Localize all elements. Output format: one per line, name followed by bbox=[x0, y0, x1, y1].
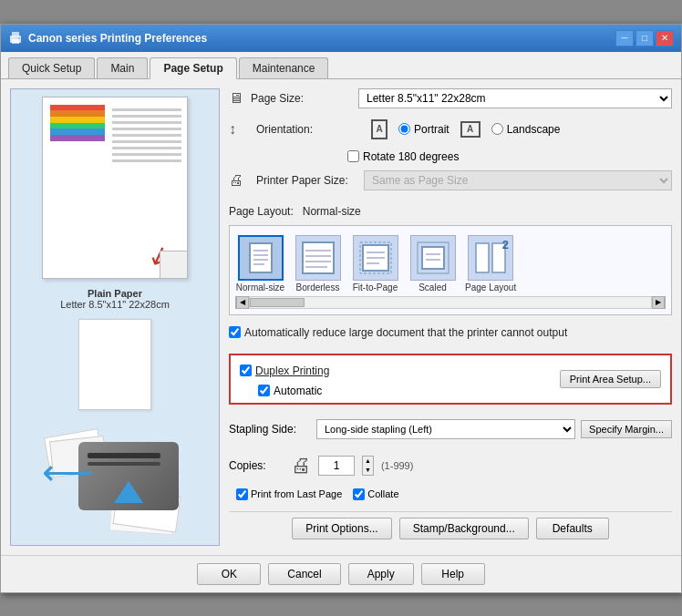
auto-reduce-checkbox[interactable] bbox=[229, 326, 241, 338]
layout-normal-label: Normal-size bbox=[236, 282, 284, 293]
right-panel: 🖥 Page Size: Letter 8.5"x11" 22x28cm ↕ O… bbox=[229, 88, 672, 546]
copies-options-row: Print from Last Page Collate bbox=[236, 488, 672, 500]
paper-type: Plain Paper bbox=[60, 288, 170, 299]
printer-icon bbox=[8, 31, 23, 46]
layout-borderless[interactable]: Borderless bbox=[293, 235, 343, 293]
svg-rect-9 bbox=[303, 242, 334, 273]
maximize-button[interactable]: □ bbox=[636, 30, 654, 46]
layout-fit-label: Fit-to-Page bbox=[353, 282, 398, 293]
copies-down-button[interactable]: ▼ bbox=[363, 466, 373, 475]
paper-size-label: Letter 8.5"x11" 22x28cm bbox=[60, 299, 170, 310]
layout-scaled-icon bbox=[410, 235, 456, 281]
ok-button[interactable]: OK bbox=[197, 563, 261, 585]
printer-paper-size-label: Printer Paper Size: bbox=[256, 174, 356, 187]
layout-icons-container: Normal-size Borderless Fit-to-Page bbox=[229, 225, 672, 315]
layout-fit-to-page[interactable]: Fit-to-Page bbox=[350, 235, 400, 293]
scroll-right-btn[interactable]: ▶ bbox=[652, 296, 665, 309]
page-size-select[interactable]: Letter 8.5"x11" 22x28cm bbox=[358, 88, 672, 108]
print-options-button[interactable]: Print Options... bbox=[292, 518, 391, 539]
monitor-icon: 🖥 bbox=[229, 90, 243, 107]
stapling-side-select[interactable]: Long-side stapling (Left) bbox=[316, 419, 575, 439]
automatic-checkbox[interactable] bbox=[258, 385, 270, 396]
stapling-side-label: Stapling Side: bbox=[229, 423, 311, 436]
minimize-button[interactable]: ─ bbox=[615, 30, 634, 46]
title-bar: Canon series Printing Preferences ─ □ ✕ bbox=[1, 25, 681, 52]
rotate-checkbox[interactable] bbox=[347, 150, 359, 162]
portrait-label: Portrait bbox=[414, 123, 450, 136]
printer-paper-size-select[interactable]: Same as Page Size bbox=[364, 170, 672, 190]
tab-bar: Quick Setup Main Page Setup Maintenance bbox=[1, 52, 681, 79]
layout-borderless-icon bbox=[295, 235, 341, 281]
printing-preferences-window: Canon series Printing Preferences ─ □ ✕ … bbox=[0, 24, 682, 593]
close-button[interactable]: ✕ bbox=[656, 30, 674, 46]
landscape-radio[interactable] bbox=[491, 123, 503, 135]
printer-icon-small: 🖨 bbox=[229, 172, 249, 189]
layout-icons: Normal-size Borderless Fit-to-Page bbox=[235, 231, 666, 296]
apply-button[interactable]: Apply bbox=[348, 563, 414, 585]
collate-label: Collate bbox=[367, 488, 398, 499]
rainbow-bar bbox=[50, 105, 105, 141]
paper-info: Plain Paper Letter 8.5"x11" 22x28cm bbox=[60, 288, 170, 310]
duplex-checkbox-row: Duplex Printing bbox=[240, 364, 329, 377]
svg-rect-2 bbox=[12, 39, 19, 44]
automatic-checkbox-row: Automatic bbox=[258, 385, 329, 397]
portrait-icon: A bbox=[371, 119, 388, 139]
orientation-options: A Portrait A Landscape bbox=[371, 119, 560, 139]
layout-scaled[interactable]: Scaled bbox=[408, 235, 458, 293]
help-button[interactable]: Help bbox=[421, 563, 485, 585]
tab-quick-setup[interactable]: Quick Setup bbox=[8, 57, 95, 78]
specify-margin-button[interactable]: Specify Margin... bbox=[581, 420, 672, 438]
paper-preview: ↙ bbox=[42, 97, 188, 279]
portrait-option[interactable]: Portrait bbox=[398, 123, 450, 136]
orientation-icon: ↕ bbox=[229, 121, 249, 138]
rotate-label: Rotate 180 degrees bbox=[363, 150, 459, 163]
print-area-setup-button[interactable]: Print Area Setup... bbox=[560, 370, 661, 388]
copies-label: Copies: bbox=[229, 459, 284, 472]
layout-page-label: Page Layout bbox=[465, 282, 516, 293]
defaults-button[interactable]: Defaults bbox=[536, 518, 609, 539]
scroll-track[interactable] bbox=[249, 296, 652, 309]
layout-scaled-label: Scaled bbox=[418, 282, 447, 293]
left-panel: ↙ Plain Paper Letter 8.5"x11" 22x28cm ⟵ bbox=[10, 88, 220, 546]
window-title: Canon series Printing Preferences bbox=[28, 32, 207, 45]
auto-reduce-label: Automatically reduce large document that… bbox=[244, 326, 567, 339]
duplex-printing-checkbox[interactable] bbox=[240, 364, 252, 376]
page-layout-section: Page Layout: Normal-size bbox=[229, 205, 672, 218]
svg-rect-4 bbox=[250, 243, 272, 272]
layout-normal-size[interactable]: Normal-size bbox=[235, 235, 285, 293]
scroll-left-btn[interactable]: ◀ bbox=[236, 296, 249, 309]
duplex-printing-label: Duplex Printing bbox=[255, 364, 329, 377]
bottom-buttons: Print Options... Stamp/Background... Def… bbox=[229, 511, 672, 545]
landscape-option[interactable]: Landscape bbox=[491, 123, 561, 136]
collate-checkbox[interactable] bbox=[353, 488, 365, 500]
layout-normal-icon bbox=[238, 235, 284, 281]
collate-option: Collate bbox=[353, 488, 398, 500]
copies-input[interactable] bbox=[318, 456, 355, 476]
tab-main[interactable]: Main bbox=[97, 57, 148, 78]
printer-paper-size-row: 🖨 Printer Paper Size: Same as Page Size bbox=[229, 170, 672, 190]
cancel-button[interactable]: Cancel bbox=[268, 563, 340, 585]
rotate-row: Rotate 180 degrees bbox=[347, 150, 672, 163]
auto-reduce-row: Automatically reduce large document that… bbox=[229, 326, 672, 339]
tab-page-setup[interactable]: Page Setup bbox=[150, 57, 236, 79]
stamp-background-button[interactable]: Stamp/Background... bbox=[399, 518, 529, 539]
print-from-last-option: Print from Last Page bbox=[236, 488, 342, 500]
layout-page-icon: 2 bbox=[468, 235, 513, 281]
horizontal-scrollbar[interactable]: ◀ ▶ bbox=[235, 296, 666, 309]
print-from-last-checkbox[interactable] bbox=[236, 488, 248, 500]
layout-borderless-label: Borderless bbox=[296, 282, 340, 293]
copies-up-button[interactable]: ▲ bbox=[363, 457, 373, 466]
orientation-label: Orientation: bbox=[256, 123, 356, 136]
printer-illustration: ⟵ bbox=[37, 419, 192, 538]
copies-row: Copies: 🖨 ▲ ▼ (1-999) bbox=[229, 454, 672, 477]
print-from-last-label: Print from Last Page bbox=[251, 488, 342, 499]
copies-spinner[interactable]: ▲ ▼ bbox=[362, 456, 374, 476]
svg-point-3 bbox=[18, 37, 20, 39]
paper-corner bbox=[160, 251, 187, 278]
tab-maintenance[interactable]: Maintenance bbox=[239, 57, 329, 78]
portrait-radio[interactable] bbox=[398, 123, 410, 135]
duplex-printing-box: Duplex Printing Automatic Print Area Set… bbox=[229, 354, 672, 405]
scroll-thumb[interactable] bbox=[250, 298, 305, 307]
layout-page-layout[interactable]: 2 Page Layout bbox=[465, 235, 516, 293]
copies-printer-icon: 🖨 bbox=[291, 454, 311, 477]
